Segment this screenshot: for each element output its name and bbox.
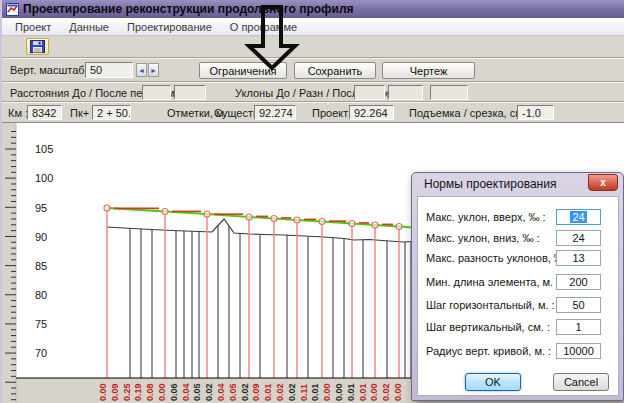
project-label: Проект :: [312, 107, 354, 119]
y-axis-tick-label: 95: [35, 202, 47, 214]
gradient-label: 0.11: [299, 384, 310, 401]
gradient-label: 0.00: [393, 383, 404, 401]
dialog-field-input[interactable]: 24: [556, 230, 601, 246]
gradient-label: 0.09: [251, 383, 262, 401]
dialog-close-button[interactable]: x: [588, 174, 618, 191]
dialog-field-value: 13: [572, 252, 584, 264]
slope-diff-input[interactable]: [388, 85, 423, 100]
separator: [2, 57, 624, 59]
menu-item-1[interactable]: Данные: [60, 19, 118, 35]
vert-scale-input[interactable]: 50: [85, 62, 133, 78]
gradient-label: 0.09: [110, 383, 121, 401]
distance-before-input[interactable]: [142, 85, 171, 100]
gradient-label: 0.00: [157, 383, 168, 401]
dialog-field-input[interactable]: 50: [556, 297, 601, 313]
app-window: Проектирование реконструкции продольного…: [0, 0, 624, 403]
arrow-left-icon: ◄: [138, 67, 145, 74]
gradient-label: 0.00: [322, 383, 333, 401]
toolbar: [2, 37, 624, 57]
y-axis-tick-label: 85: [35, 260, 47, 272]
gradient-label: 0.00: [98, 383, 109, 401]
km-label: Км :: [8, 107, 28, 119]
gradient-label: 0.00: [334, 383, 345, 401]
gradient-label: 0.08: [145, 383, 156, 401]
dialog-field-value: 1: [575, 321, 581, 333]
y-axis-tick-label: 80: [35, 289, 47, 301]
dialog-field-value: 50: [572, 299, 584, 311]
gradient-label: 0.05: [192, 383, 203, 401]
dialog-title: Нормы проектирования: [424, 177, 556, 191]
separator: [2, 101, 624, 103]
dialog-field-label: Макс. разность уклонов, ‰ :: [426, 252, 571, 264]
dialog-field-input[interactable]: 1: [556, 319, 601, 335]
slope-after-input[interactable]: [430, 85, 468, 100]
ok-button[interactable]: OK: [465, 373, 521, 391]
project-input[interactable]: 92.264: [349, 105, 394, 120]
dialog-field-value: 24: [572, 232, 584, 244]
dialog-field-label: Макс. уклон, вниз, ‰ :: [426, 232, 540, 244]
dialog-field-value: 200: [569, 276, 587, 288]
dialog-body: OK Cancel Макс. уклон, вверх, ‰ :24Макс.…: [417, 196, 619, 396]
dialog-field-input[interactable]: 10000: [556, 343, 601, 359]
dialog-field-label: Мин. длина элемента, м. :: [426, 276, 559, 288]
gradient-label: 0.04: [216, 383, 227, 401]
spin-right-button[interactable]: ►: [148, 63, 159, 77]
vert-scale-label: Верт. масштаб :: [10, 64, 91, 76]
app-icon: [6, 3, 19, 16]
dialog-field-label: Шаг вертикальный, см. :: [426, 321, 550, 333]
spin-left-button[interactable]: ◄: [136, 63, 147, 77]
gradient-label: 0.19: [133, 383, 144, 401]
gradient-label: 0.02: [275, 383, 286, 401]
exist-input[interactable]: 92.274: [254, 105, 296, 120]
dialog-field-input[interactable]: 13: [556, 250, 601, 266]
slope-before-input[interactable]: [354, 85, 385, 100]
save-button[interactable]: Сохранить: [294, 62, 376, 79]
annotation-arrow-icon: [242, 4, 304, 74]
design-norms-dialog: Нормы проектирования x OK Cancel Макс. у…: [411, 172, 624, 401]
lift-label: Подъемка / срезка, см. :: [409, 107, 532, 119]
cancel-button[interactable]: Cancel: [553, 373, 609, 391]
window-title: Проектирование реконструкции продольного…: [23, 2, 354, 16]
gradient-label: 0.02: [240, 383, 251, 401]
lift-input[interactable]: -1.0: [517, 105, 554, 120]
separator: [2, 81, 624, 83]
dialog-field-label: Макс. уклон, вверх, ‰ :: [426, 211, 546, 223]
drawing-button[interactable]: Чертеж: [382, 62, 475, 79]
distance-after-input[interactable]: [174, 85, 206, 100]
gradient-label: 0.02: [287, 383, 298, 401]
gradient-label: 0.01: [263, 383, 274, 401]
dialog-field-input[interactable]: 24: [556, 209, 601, 225]
gradient-label: 0.02: [381, 383, 392, 401]
y-axis-tick-label: 90: [35, 231, 47, 243]
gradient-label: 0.00: [369, 383, 380, 401]
gradient-label: 0.01: [346, 383, 357, 401]
gradient-label: 0.05: [228, 383, 239, 401]
dialog-field-value: 10000: [563, 345, 594, 357]
y-axis-tick-label: 70: [35, 347, 47, 359]
gradient-label: 0.01: [358, 383, 369, 401]
y-axis-tick-label: 105: [35, 143, 53, 155]
gradient-label: 0.25: [122, 383, 133, 401]
close-icon: x: [600, 177, 606, 188]
dialog-field-value: 24: [570, 211, 586, 223]
y-axis-tick-label: 100: [35, 172, 53, 184]
menu-bar: ПроектДанныеПроектированиеО программе: [2, 18, 624, 36]
dialog-field-label: Шаг горизонтальный, м. :: [426, 299, 555, 311]
dialog-field-input[interactable]: 200: [556, 274, 601, 290]
title-bar[interactable]: Проектирование реконструкции продольного…: [2, 0, 624, 18]
pk-input[interactable]: 2 + 50.7: [92, 105, 131, 120]
gradient-label: 0.04: [181, 383, 192, 401]
arrow-right-icon: ►: [150, 67, 157, 74]
save-toolbar-button[interactable]: [26, 38, 49, 55]
gradient-label: 0.01: [310, 383, 321, 401]
menu-item-2[interactable]: Проектирование: [118, 19, 221, 35]
gradient-label: 0.02: [204, 383, 215, 401]
km-input[interactable]: 8342: [27, 105, 62, 120]
gradient-label: 0.06: [169, 383, 180, 401]
dialog-field-label: Радиус верт. кривой, м. :: [426, 345, 551, 357]
y-axis-tick-label: 75: [35, 318, 47, 330]
floppy-icon: [30, 40, 45, 53]
menu-item-0[interactable]: Проект: [6, 19, 60, 35]
